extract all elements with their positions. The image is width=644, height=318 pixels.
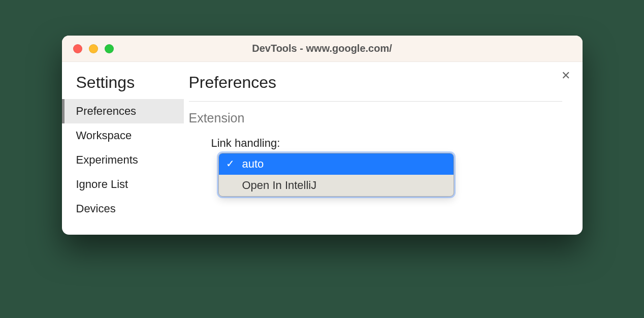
dropdown-option-label: Open In IntelliJ (242, 179, 317, 192)
sidebar-items: Preferences Workspace Experiments Ignore… (62, 99, 184, 221)
check-icon: ✓ (226, 157, 235, 170)
sidebar-item-label: Workspace (76, 129, 132, 142)
section-title: Extension (189, 111, 562, 125)
sidebar-item-experiments[interactable]: Experiments (62, 148, 184, 172)
sidebar-item-ignore-list[interactable]: Ignore List (62, 172, 184, 197)
sidebar-title: Settings (62, 73, 184, 92)
dropdown-option-auto[interactable]: ✓ auto (219, 153, 454, 175)
minimize-window-button[interactable] (89, 44, 98, 53)
window-titlebar: DevTools - www.google.com/ (62, 36, 583, 62)
window-title: DevTools - www.google.com/ (62, 43, 583, 54)
sidebar-item-label: Ignore List (76, 178, 128, 190)
settings-content: ✕ Settings Preferences Workspace Experim… (62, 62, 583, 235)
panel-title: Preferences (189, 73, 562, 102)
dropdown-option-label: auto (242, 157, 264, 170)
traffic-lights (73, 44, 114, 53)
sidebar-item-workspace[interactable]: Workspace (62, 123, 184, 148)
link-handling-label: Link handling: (189, 137, 562, 150)
sidebar-item-label: Devices (76, 202, 116, 215)
sidebar-item-devices[interactable]: Devices (62, 197, 184, 221)
sidebar-item-label: Experiments (76, 153, 138, 166)
sidebar-item-preferences[interactable]: Preferences (62, 99, 184, 123)
sidebar-item-label: Preferences (76, 105, 137, 117)
settings-sidebar: Settings Preferences Workspace Experimen… (62, 62, 184, 235)
dropdown-option-open-in-intellij[interactable]: Open In IntelliJ (219, 175, 454, 196)
close-window-button[interactable] (73, 44, 82, 53)
maximize-window-button[interactable] (105, 44, 114, 53)
devtools-window: DevTools - www.google.com/ ✕ Settings Pr… (62, 36, 583, 235)
link-handling-dropdown[interactable]: ✓ auto Open In IntelliJ (218, 153, 454, 197)
preferences-panel: Preferences Extension Link handling: ✓ a… (184, 62, 583, 235)
